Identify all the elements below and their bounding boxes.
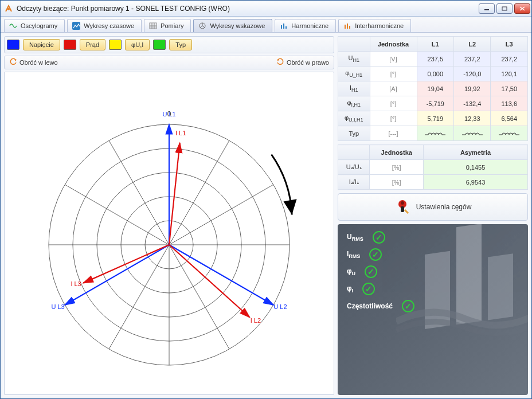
row-label: Typ — [338, 126, 370, 141]
legend-label: Typ — [175, 41, 186, 48]
row-unit: [---] — [370, 126, 417, 141]
tab-label: Wykresy wskazowe — [210, 22, 265, 29]
svg-text:I L2: I L2 — [251, 317, 261, 324]
cell-inductor — [417, 126, 453, 141]
status-label: Częstotliwość — [347, 302, 393, 310]
timechart-icon — [72, 22, 80, 30]
tab-wykresy-czasowe[interactable]: Wykresy czasowe — [67, 19, 142, 32]
svg-rect-17 — [285, 26, 287, 29]
status-label: φU — [347, 267, 355, 276]
content-area: Napięcie Prąd φU,I Typ Obróć w lewo Obró… — [1, 33, 531, 398]
svg-rect-16 — [283, 24, 284, 29]
rotate-left-button[interactable]: Obróć w lewo — [9, 58, 58, 67]
svg-line-52 — [83, 245, 169, 283]
row-label: I₂/I₁ — [338, 175, 370, 190]
tab-interharmoniczne[interactable]: Interharmoniczne — [338, 19, 411, 32]
minimize-button[interactable] — [479, 3, 495, 14]
cell: 0,1455 — [423, 160, 527, 175]
cell-inductor — [454, 126, 491, 141]
svg-rect-15 — [281, 25, 282, 29]
swatch-voltage — [7, 40, 19, 50]
close-button[interactable] — [514, 3, 530, 14]
swatch-current — [64, 40, 76, 50]
rotate-right-button[interactable]: Obróć w prawo — [276, 58, 329, 67]
cell: -5,719 — [417, 96, 453, 111]
swatch-phi — [109, 40, 122, 50]
clamp-settings-button[interactable]: Ustawienia cęgów — [338, 193, 528, 221]
phasor-icon — [198, 22, 206, 30]
col-L2: L2 — [454, 37, 491, 52]
svg-rect-57 — [425, 251, 450, 329]
cell: -120,0 — [454, 66, 491, 81]
row-label: φI,H1 — [338, 96, 370, 111]
svg-line-46 — [169, 245, 273, 305]
svg-point-56 — [401, 201, 404, 205]
clamp-settings-label: Ustawienia cęgów — [416, 203, 472, 211]
legend-btn-typ[interactable]: Typ — [169, 39, 192, 50]
cell: 19,04 — [417, 81, 453, 96]
svg-line-50 — [65, 245, 169, 305]
row-unit: [%] — [370, 160, 424, 175]
svg-line-39 — [109, 140, 169, 245]
legend-btn-prad[interactable]: Prąd — [80, 39, 105, 50]
row-unit: [A] — [370, 81, 417, 96]
cell: 19,92 — [454, 81, 491, 96]
bars-icon — [280, 22, 288, 30]
titlebar: Odczyty bieżące: Punkt pomiarowy 1 - SON… — [1, 1, 531, 17]
svg-rect-58 — [456, 224, 482, 324]
check-icon: ✓ — [369, 248, 382, 261]
tab-oscylogramy[interactable]: Oscylogramy — [4, 19, 65, 32]
cell: 17,50 — [491, 81, 528, 96]
row-phiI: φI,H1 [°] -5,719 -132,4 113,6 — [338, 96, 528, 111]
tab-label: Harmoniczne — [291, 22, 328, 29]
row-U-asym: U₂/U₁ [%] 0,1455 — [338, 160, 528, 175]
tab-bar: Oscylogramy Wykresy czasowe Pomiary Wykr… — [1, 17, 531, 33]
swatch-typ — [153, 40, 166, 50]
tab-label: Pomiary — [161, 22, 183, 29]
svg-line-35 — [109, 245, 169, 349]
svg-rect-55 — [401, 206, 404, 212]
svg-text:U L1: U L1 — [162, 111, 175, 118]
svg-rect-18 — [345, 25, 346, 29]
tab-label: Oscylogramy — [21, 22, 57, 29]
legend-label: φU,I — [131, 41, 143, 48]
cell: -132,4 — [454, 96, 491, 111]
svg-rect-20 — [349, 26, 350, 29]
legend-bar: Napięcie Prąd φU,I Typ — [4, 36, 334, 53]
legend-btn-phi[interactable]: φU,I — [125, 39, 150, 50]
tab-wykresy-wskazowe[interactable]: Wykresy wskazowe — [193, 19, 272, 32]
tab-harmoniczne[interactable]: Harmoniczne — [275, 19, 336, 32]
left-panel: Napięcie Prąd φU,I Typ Obróć w lewo Obró… — [4, 36, 334, 395]
maximize-button[interactable] — [496, 3, 513, 14]
check-icon: ✓ — [362, 283, 375, 295]
cell: 6,564 — [491, 111, 528, 126]
svg-line-48 — [169, 245, 249, 317]
cell: 120,1 — [491, 66, 528, 81]
rotate-left-label: Obróć w lewo — [19, 59, 58, 66]
clamp-icon — [394, 198, 410, 216]
svg-line-44 — [169, 143, 180, 245]
row-label: UH1 — [338, 52, 370, 66]
asymmetry-table: Jednostka Asymetria U₂/U₁ [%] 0,1455 I₂/… — [338, 144, 528, 190]
svg-rect-59 — [488, 253, 513, 320]
window-buttons — [479, 3, 530, 14]
measurement-table: Jednostka L1 L2 L3 UH1 [V] 237,5 237,2 2… — [338, 36, 528, 141]
legend-label: Napięcie — [29, 41, 54, 48]
tab-pomiary[interactable]: Pomiary — [144, 19, 191, 32]
phasor-svg: 0U L1I L1U L2I L2U L3I L3 — [14, 84, 324, 382]
row-I-asym: I₂/I₁ [%] 6,9543 — [338, 175, 528, 190]
right-panel: Jednostka L1 L2 L3 UH1 [V] 237,5 237,2 2… — [338, 36, 528, 395]
legend-label: Prąd — [86, 41, 99, 48]
row-unit: [°] — [370, 96, 417, 111]
cell: 237,2 — [491, 52, 528, 66]
svg-marker-22 — [277, 59, 279, 61]
check-icon: ✓ — [365, 265, 377, 278]
col-blank — [338, 145, 370, 160]
row-label: φU_H1 — [338, 66, 370, 81]
app-icon — [4, 4, 13, 13]
oscilloscope-icon — [9, 22, 17, 30]
svg-text:U L2: U L2 — [273, 303, 287, 310]
status-label: URMS — [347, 233, 363, 242]
legend-btn-napiecie[interactable]: Napięcie — [23, 39, 60, 50]
cell-inductor — [491, 126, 528, 141]
